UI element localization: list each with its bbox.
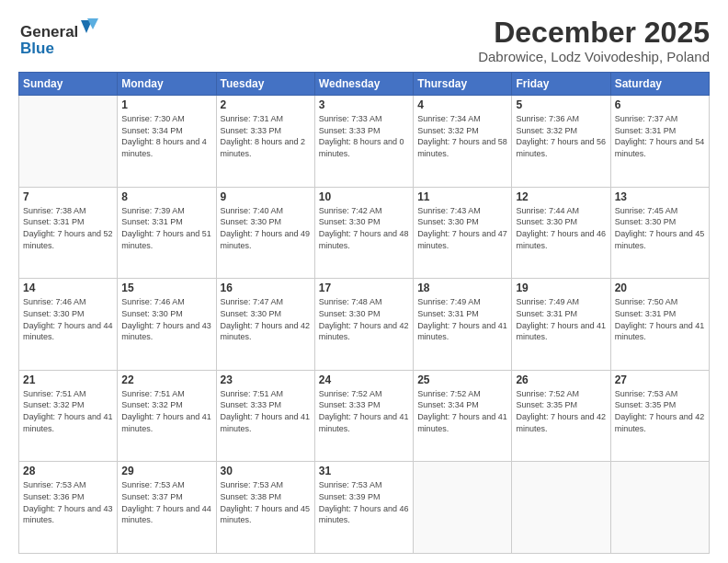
col-saturday: Saturday	[610, 73, 709, 96]
day-number: 11	[417, 190, 507, 203]
day-detail: Sunrise: 7:30 AMSunset: 3:34 PMDaylight:…	[121, 113, 211, 159]
day-detail: Sunrise: 7:44 AMSunset: 3:30 PMDaylight:…	[516, 205, 606, 251]
day-detail: Sunrise: 7:47 AMSunset: 3:30 PMDaylight:…	[221, 296, 311, 342]
table-row: 5Sunrise: 7:36 AMSunset: 3:32 PMDaylight…	[512, 96, 610, 188]
day-detail: Sunrise: 7:46 AMSunset: 3:30 PMDaylight:…	[121, 296, 211, 342]
day-detail: Sunrise: 7:53 AMSunset: 3:38 PMDaylight:…	[221, 479, 311, 525]
day-number: 13	[615, 190, 705, 203]
table-row	[512, 462, 610, 554]
day-detail: Sunrise: 7:51 AMSunset: 3:32 PMDaylight:…	[121, 388, 211, 434]
col-monday: Monday	[118, 73, 216, 96]
day-detail: Sunrise: 7:50 AMSunset: 3:31 PMDaylight:…	[615, 296, 705, 342]
table-row	[19, 96, 118, 188]
table-row: 23Sunrise: 7:51 AMSunset: 3:33 PMDayligh…	[216, 370, 314, 462]
day-detail: Sunrise: 7:51 AMSunset: 3:32 PMDaylight:…	[23, 388, 113, 434]
table-row: 4Sunrise: 7:34 AMSunset: 3:32 PMDaylight…	[414, 96, 512, 188]
calendar-week-row: 28Sunrise: 7:53 AMSunset: 3:36 PMDayligh…	[19, 462, 710, 554]
day-number: 3	[319, 98, 409, 111]
table-row: 3Sunrise: 7:33 AMSunset: 3:33 PMDaylight…	[314, 96, 413, 188]
day-number: 4	[417, 98, 507, 111]
col-friday: Friday	[512, 73, 610, 96]
day-number: 29	[121, 465, 211, 477]
day-detail: Sunrise: 7:45 AMSunset: 3:30 PMDaylight:…	[615, 205, 705, 251]
day-number: 18	[417, 282, 507, 294]
calendar-header-row: Sunday Monday Tuesday Wednesday Thursday…	[19, 73, 710, 96]
table-row	[414, 462, 512, 554]
day-detail: Sunrise: 7:52 AMSunset: 3:35 PMDaylight:…	[516, 388, 606, 434]
table-row: 22Sunrise: 7:51 AMSunset: 3:32 PMDayligh…	[118, 370, 216, 462]
day-number: 20	[615, 282, 705, 294]
day-detail: Sunrise: 7:39 AMSunset: 3:31 PMDaylight:…	[121, 205, 211, 251]
day-detail: Sunrise: 7:52 AMSunset: 3:34 PMDaylight:…	[417, 388, 507, 434]
day-detail: Sunrise: 7:49 AMSunset: 3:31 PMDaylight:…	[417, 296, 507, 342]
logo: General Blue	[18, 17, 101, 61]
day-number: 27	[615, 373, 705, 386]
day-number: 1	[121, 98, 211, 111]
table-row: 15Sunrise: 7:46 AMSunset: 3:30 PMDayligh…	[118, 279, 216, 371]
day-number: 6	[615, 98, 705, 111]
table-row: 21Sunrise: 7:51 AMSunset: 3:32 PMDayligh…	[19, 370, 118, 462]
table-row: 13Sunrise: 7:45 AMSunset: 3:30 PMDayligh…	[610, 187, 709, 279]
table-row: 11Sunrise: 7:43 AMSunset: 3:30 PMDayligh…	[414, 187, 512, 279]
day-number: 30	[221, 465, 311, 477]
header: General Blue December 2025 Dabrowice, Lo…	[18, 17, 710, 64]
day-detail: Sunrise: 7:31 AMSunset: 3:33 PMDaylight:…	[221, 113, 311, 159]
day-detail: Sunrise: 7:48 AMSunset: 3:30 PMDaylight:…	[319, 296, 409, 342]
day-number: 16	[221, 282, 311, 294]
table-row: 14Sunrise: 7:46 AMSunset: 3:30 PMDayligh…	[19, 279, 118, 371]
col-sunday: Sunday	[19, 73, 118, 96]
day-detail: Sunrise: 7:53 AMSunset: 3:39 PMDaylight:…	[319, 479, 409, 525]
table-row: 8Sunrise: 7:39 AMSunset: 3:31 PMDaylight…	[118, 187, 216, 279]
table-row: 20Sunrise: 7:50 AMSunset: 3:31 PMDayligh…	[610, 279, 709, 371]
day-detail: Sunrise: 7:42 AMSunset: 3:30 PMDaylight:…	[319, 205, 409, 251]
day-number: 28	[23, 465, 113, 477]
day-detail: Sunrise: 7:43 AMSunset: 3:30 PMDaylight:…	[417, 205, 507, 251]
table-row: 10Sunrise: 7:42 AMSunset: 3:30 PMDayligh…	[314, 187, 413, 279]
table-row: 25Sunrise: 7:52 AMSunset: 3:34 PMDayligh…	[414, 370, 512, 462]
day-detail: Sunrise: 7:40 AMSunset: 3:30 PMDaylight:…	[221, 205, 311, 251]
day-number: 7	[23, 190, 113, 203]
col-tuesday: Tuesday	[216, 73, 314, 96]
table-row: 26Sunrise: 7:52 AMSunset: 3:35 PMDayligh…	[512, 370, 610, 462]
day-number: 9	[221, 190, 311, 203]
day-detail: Sunrise: 7:49 AMSunset: 3:31 PMDaylight:…	[516, 296, 606, 342]
calendar-week-row: 14Sunrise: 7:46 AMSunset: 3:30 PMDayligh…	[19, 279, 710, 371]
calendar-week-row: 1Sunrise: 7:30 AMSunset: 3:34 PMDaylight…	[19, 96, 710, 188]
day-number: 23	[221, 373, 311, 386]
page: General Blue December 2025 Dabrowice, Lo…	[0, 0, 728, 563]
day-number: 22	[121, 373, 211, 386]
day-detail: Sunrise: 7:52 AMSunset: 3:33 PMDaylight:…	[319, 388, 409, 434]
day-number: 17	[319, 282, 409, 294]
calendar-table: Sunday Monday Tuesday Wednesday Thursday…	[18, 72, 710, 554]
day-number: 21	[23, 373, 113, 386]
table-row: 16Sunrise: 7:47 AMSunset: 3:30 PMDayligh…	[216, 279, 314, 371]
svg-text:General: General	[20, 23, 78, 40]
day-detail: Sunrise: 7:36 AMSunset: 3:32 PMDaylight:…	[516, 113, 606, 159]
day-number: 31	[319, 465, 409, 477]
day-number: 8	[121, 190, 211, 203]
svg-text:Blue: Blue	[20, 40, 54, 57]
day-detail: Sunrise: 7:53 AMSunset: 3:37 PMDaylight:…	[121, 479, 211, 525]
table-row	[610, 462, 709, 554]
day-number: 25	[417, 373, 507, 386]
logo-svg: General Blue	[18, 17, 101, 61]
day-number: 2	[221, 98, 311, 111]
col-wednesday: Wednesday	[314, 73, 413, 96]
day-number: 5	[516, 98, 606, 111]
day-number: 19	[516, 282, 606, 294]
table-row: 18Sunrise: 7:49 AMSunset: 3:31 PMDayligh…	[414, 279, 512, 371]
page-title: December 2025	[478, 17, 710, 49]
day-number: 10	[319, 190, 409, 203]
day-detail: Sunrise: 7:33 AMSunset: 3:33 PMDaylight:…	[319, 113, 409, 159]
day-detail: Sunrise: 7:51 AMSunset: 3:33 PMDaylight:…	[221, 388, 311, 434]
day-number: 14	[23, 282, 113, 294]
calendar-week-row: 7Sunrise: 7:38 AMSunset: 3:31 PMDaylight…	[19, 187, 710, 279]
table-row: 7Sunrise: 7:38 AMSunset: 3:31 PMDaylight…	[19, 187, 118, 279]
day-number: 26	[516, 373, 606, 386]
day-detail: Sunrise: 7:53 AMSunset: 3:35 PMDaylight:…	[615, 388, 705, 434]
day-detail: Sunrise: 7:38 AMSunset: 3:31 PMDaylight:…	[23, 205, 113, 251]
page-subtitle: Dabrowice, Lodz Voivodeship, Poland	[478, 49, 710, 64]
table-row: 2Sunrise: 7:31 AMSunset: 3:33 PMDaylight…	[216, 96, 314, 188]
table-row: 1Sunrise: 7:30 AMSunset: 3:34 PMDaylight…	[118, 96, 216, 188]
day-detail: Sunrise: 7:37 AMSunset: 3:31 PMDaylight:…	[615, 113, 705, 159]
